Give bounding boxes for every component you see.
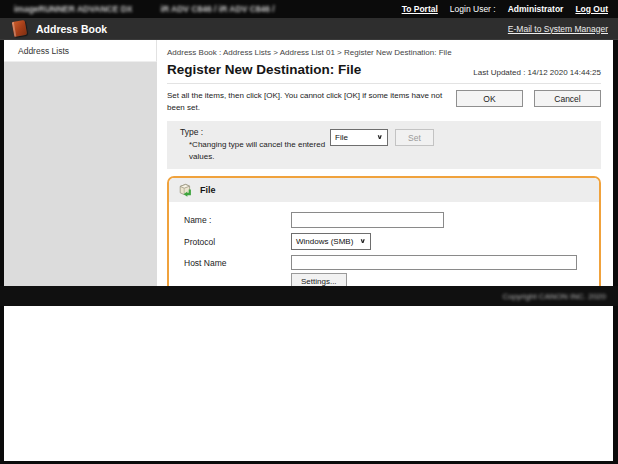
chevron-down-icon: ∨ — [377, 134, 384, 141]
breadcrumb[interactable]: Address Book : Address Lists > Address L… — [167, 48, 601, 57]
settings-button[interactable]: Settings... — [291, 273, 347, 286]
login-user-value: Administrator — [508, 4, 564, 14]
title-row: Register New Destination: File Last Upda… — [167, 62, 601, 84]
host-name-label: Host Name — [179, 258, 291, 268]
copyright-text: Copyright CANON INC. 2020 — [502, 292, 606, 301]
page-footer: Copyright CANON INC. 2020 — [0, 286, 618, 306]
host-name-field-row: Host Name — [179, 255, 589, 270]
type-note: *Changing type will cancel the entered v… — [189, 139, 341, 163]
app-title: Address Book — [36, 23, 107, 35]
settings-row: Settings... — [179, 273, 589, 286]
name-field-row: Name : — [179, 212, 589, 228]
set-button[interactable]: Set — [395, 129, 434, 146]
host-name-input[interactable] — [291, 255, 577, 270]
protocol-select[interactable]: Windows (SMB) ∨ — [291, 233, 371, 250]
chevron-down-icon: ∨ — [360, 238, 367, 245]
file-destination-box: File Name : Protocol Windows (SMB) ∨ — [167, 176, 601, 286]
cancel-button[interactable]: Cancel — [534, 90, 601, 107]
type-section: Type : *Changing type will cancel the en… — [167, 121, 601, 169]
sidebar-item-label: Address Lists — [18, 46, 69, 56]
type-select-value: File — [335, 133, 348, 142]
to-portal-link[interactable]: To Portal — [402, 4, 438, 14]
name-input[interactable] — [291, 212, 444, 228]
main-panel: Address Book : Address Lists > Address L… — [157, 40, 613, 286]
device-info: imageRUNNER ADVANCE DX iR ADV C846 / iR … — [14, 4, 275, 14]
last-updated: Last Updated : 14/12 2020 14:44:25 — [473, 68, 601, 77]
file-section-title: File — [200, 185, 216, 195]
canon-remote-ui-page: imageRUNNER ADVANCE DX iR ADV C846 / iR … — [0, 0, 618, 464]
ok-button[interactable]: OK — [456, 90, 523, 107]
type-controls: File ∨ Set — [330, 129, 434, 146]
protocol-field-row: Protocol Windows (SMB) ∨ — [179, 233, 589, 250]
protocol-label: Protocol — [179, 237, 291, 247]
file-box-header: File — [169, 178, 599, 202]
top-bar-links: To Portal Login User : Administrator Log… — [402, 4, 618, 14]
device-model: iR ADV C846 / iR ADV C846 / — [161, 4, 275, 14]
protocol-select-value: Windows (SMB) — [296, 237, 353, 246]
sidebar: Address Lists — [4, 40, 157, 286]
page-title: Register New Destination: File — [167, 62, 361, 77]
email-to-system-manager-link[interactable]: E-Mail to System Manager — [508, 24, 608, 34]
login-user-label: Login User : — [450, 4, 496, 14]
sidebar-item-address-lists[interactable]: Address Lists — [4, 40, 157, 62]
type-select[interactable]: File ∨ — [330, 129, 388, 146]
app-header: Address Book E-Mail to System Manager — [0, 18, 618, 40]
instruction-row: Set all the items, then click [OK]. You … — [167, 90, 601, 113]
log-out-link[interactable]: Log Out — [575, 4, 608, 14]
empty-area — [4, 306, 613, 461]
action-buttons: OK Cancel — [456, 90, 601, 113]
top-bar: imageRUNNER ADVANCE DX iR ADV C846 / iR … — [0, 0, 618, 18]
device-name: imageRUNNER ADVANCE DX — [14, 4, 133, 14]
address-book-icon — [12, 20, 27, 37]
file-destination-icon — [177, 182, 193, 198]
name-label: Name : — [179, 215, 291, 225]
file-form: Name : Protocol Windows (SMB) ∨ Host Nam… — [169, 202, 599, 286]
instruction-text: Set all the items, then click [OK]. You … — [167, 90, 456, 113]
content-area: Address Lists Address Book : Address Lis… — [4, 40, 613, 286]
